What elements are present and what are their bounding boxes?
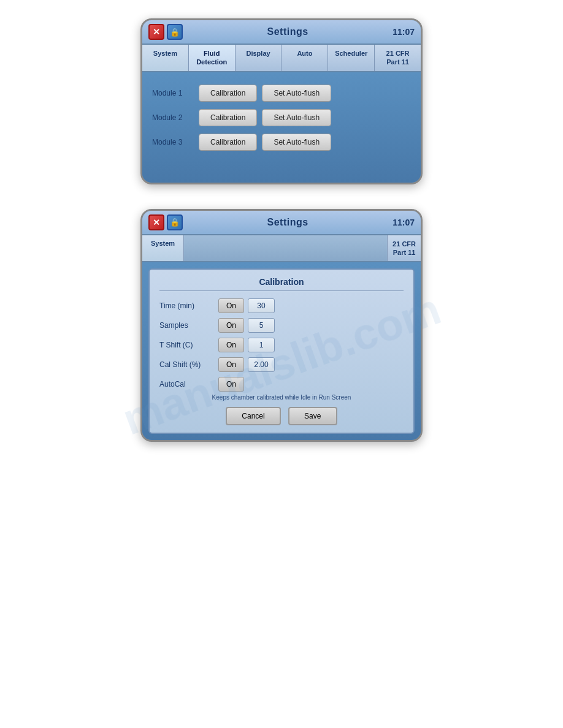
tab-bar-1: System FluidDetection Display Auto Sched… <box>142 45 421 72</box>
module1-calibration-button[interactable]: Calibration <box>199 85 257 102</box>
dialog-row-samples: Samples On 5 <box>159 318 404 333</box>
dialog-row-tshift: T Shift (C) On 1 <box>159 338 404 352</box>
autocal-note: Keeps chamber calibrated while Idle in R… <box>159 394 404 401</box>
tshift-label: T Shift (C) <box>159 341 215 349</box>
tab-system-1[interactable]: System <box>142 45 189 71</box>
screen1: ✕ 🔒 Settings 11:07 System FluidDetection… <box>140 18 423 184</box>
module2-label: Module 2 <box>152 113 194 122</box>
tshift-value: 1 <box>248 338 275 352</box>
tab-fluid-detection[interactable]: FluidDetection <box>189 45 236 71</box>
module2-row: Module 2 Calibration Set Auto-flush <box>152 109 411 126</box>
dialog-title: Calibration <box>159 277 404 291</box>
module2-calibration-button[interactable]: Calibration <box>199 109 257 126</box>
calshift-on-button[interactable]: On <box>218 357 244 372</box>
tshift-on-button[interactable]: On <box>218 338 244 352</box>
tab-display[interactable]: Display <box>236 45 282 71</box>
module2-autoflush-button[interactable]: Set Auto-flush <box>262 109 331 126</box>
samples-value: 5 <box>248 318 275 333</box>
dialog-buttons: Cancel Save <box>159 407 404 425</box>
module3-label: Module 3 <box>152 138 194 146</box>
cancel-button[interactable]: Cancel <box>226 407 280 425</box>
time-on-button[interactable]: On <box>218 298 244 313</box>
module1-row: Module 1 Calibration Set Auto-flush <box>152 85 411 102</box>
title-bar-1: ✕ 🔒 Settings 11:07 <box>142 20 421 45</box>
calibration-dialog: Calibration Time (min) On 30 Samples On … <box>148 268 415 434</box>
title-bar-controls-1: ✕ 🔒 <box>148 24 183 40</box>
module3-autoflush-button[interactable]: Set Auto-flush <box>262 134 331 151</box>
content-area-1: Module 1 Calibration Set Auto-flush Modu… <box>142 72 421 183</box>
autocal-on-button[interactable]: On <box>218 377 244 392</box>
autocal-label: AutoCal <box>159 380 215 389</box>
screen1-title: Settings <box>267 26 308 37</box>
lock-icon-1: 🔒 <box>170 28 180 37</box>
tab-spacer <box>184 235 387 262</box>
lock-icon-2: 🔒 <box>170 218 180 227</box>
samples-label: Samples <box>159 321 215 330</box>
dialog-row-time: Time (min) On 30 <box>159 298 404 313</box>
screen1-time: 11:07 <box>393 27 415 37</box>
screen2-time: 11:07 <box>393 218 415 227</box>
module1-autoflush-button[interactable]: Set Auto-flush <box>262 85 331 102</box>
samples-on-button[interactable]: On <box>218 318 244 333</box>
lock-button-2[interactable]: 🔒 <box>167 214 183 230</box>
module1-label: Module 1 <box>152 89 194 97</box>
dialog-row-autocal: AutoCal On <box>159 377 404 392</box>
title-bar-controls-2: ✕ 🔒 <box>148 214 183 230</box>
close-icon-2: ✕ <box>153 218 160 227</box>
screen2-title: Settings <box>267 217 308 228</box>
module3-row: Module 3 Calibration Set Auto-flush <box>152 134 411 151</box>
tab-21cfr-1[interactable]: 21 CFRPart 11 <box>375 45 421 71</box>
dialog-row-calshift: Cal Shift (%) On 2.00 <box>159 357 404 372</box>
tab-scheduler[interactable]: Scheduler <box>328 45 375 71</box>
tab-system-2[interactable]: System <box>142 235 184 262</box>
content-area-2: Calibration Time (min) On 30 Samples On … <box>142 262 421 440</box>
calshift-label: Cal Shift (%) <box>159 360 215 369</box>
calshift-value: 2.00 <box>248 357 275 372</box>
screen2: ✕ 🔒 Settings 11:07 System 21 CFRPart 11 … <box>140 209 423 442</box>
time-label: Time (min) <box>159 301 215 310</box>
tab-auto[interactable]: Auto <box>282 45 328 71</box>
tab-21cfr-2[interactable]: 21 CFRPart 11 <box>387 235 421 262</box>
save-button[interactable]: Save <box>288 407 337 425</box>
close-icon-1: ✕ <box>153 27 160 37</box>
close-button-1[interactable]: ✕ <box>148 24 164 40</box>
lock-button-1[interactable]: 🔒 <box>167 24 183 40</box>
title-bar-2: ✕ 🔒 Settings 11:07 <box>142 211 421 235</box>
close-button-2[interactable]: ✕ <box>148 214 164 230</box>
tab-bar-2: System 21 CFRPart 11 <box>142 235 421 263</box>
screens-container: ✕ 🔒 Settings 11:07 System FluidDetection… <box>140 18 423 442</box>
module3-calibration-button[interactable]: Calibration <box>199 134 257 151</box>
time-value: 30 <box>248 298 275 313</box>
